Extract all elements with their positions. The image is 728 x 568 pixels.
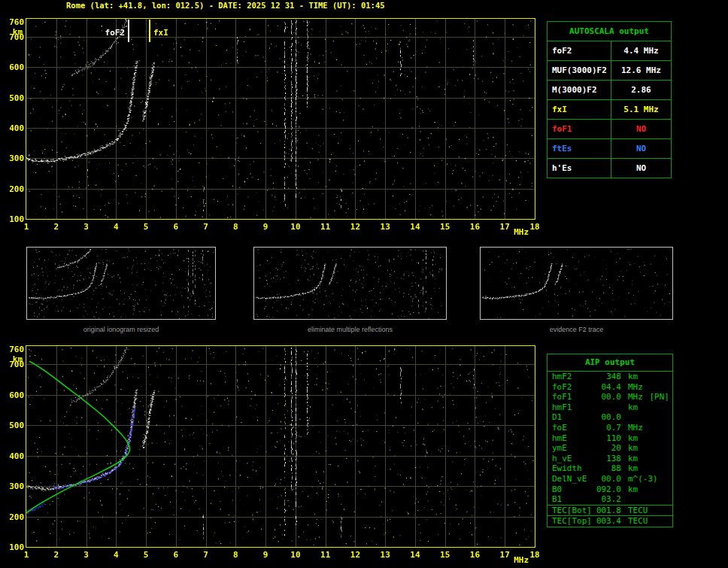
autoscala-row-h-es: h'EsNO — [548, 159, 671, 178]
param-unit: TECU — [621, 516, 648, 527]
param-extra — [669, 463, 672, 474]
param-value: 348 — [594, 372, 621, 382]
aip-row-hme: hmE110km — [548, 433, 672, 444]
aip-ionogram-plot — [0, 342, 545, 568]
param-label: B1 — [548, 494, 594, 505]
param-extra — [669, 372, 672, 382]
aip-row-hmf1: hmF1km — [548, 402, 672, 413]
autoscala-row-fof2: foF24.4 MHz — [548, 41, 671, 61]
aip-row-fof1: foF100.0MHz[PN] — [548, 392, 672, 402]
param-extra: [PN] — [650, 392, 673, 402]
aip-row-tec-top: TEC[Top]003.4TECU — [548, 515, 672, 527]
param-unit: MHz — [621, 382, 643, 393]
param-label: ymE — [548, 443, 594, 454]
param-value: 12.6 MHz — [611, 61, 671, 80]
param-extra — [669, 402, 672, 413]
aip-table: AIP output hmF2348kmfoF204.4MHzfoF100.0M… — [547, 354, 673, 527]
param-label: foF2 — [548, 382, 594, 393]
param-value: 00.0 — [594, 412, 621, 423]
param-unit: MHz — [621, 392, 643, 402]
thumbnail-caption-f2trace: evidence F2 trace — [480, 326, 673, 333]
param-value: 110 — [594, 433, 621, 444]
param-value: 00.0 — [594, 474, 621, 484]
param-label: Ewidth — [548, 463, 594, 474]
param-value: 001.8 — [594, 506, 621, 516]
page-title: Rome (lat: +41.8, lon: 012.5) - DATE: 20… — [66, 1, 385, 10]
autoscala-row-ftes: ftEsNO — [548, 139, 671, 159]
autoscala-table-body: foF24.4 MHzMUF(3000)F212.6 MHzM(3000)F22… — [548, 41, 671, 178]
param-unit: km — [621, 372, 638, 382]
aip-row-yme: ymE20km — [548, 443, 672, 454]
autoscala-row-fof1: foF1NO — [548, 120, 671, 139]
aip-table-body: hmF2348kmfoF204.4MHzfoF100.0MHz[PN]hmF1k… — [548, 372, 672, 527]
param-label: TEC[Bot] — [548, 506, 594, 516]
param-extra — [669, 423, 672, 433]
param-label: hmE — [548, 433, 594, 444]
param-label: hmF1 — [548, 402, 594, 413]
aip-table-header: AIP output — [548, 354, 672, 372]
param-label: h'Es — [548, 159, 611, 178]
param-value: 4.4 MHz — [611, 41, 671, 60]
autoscala-row-fxi: fxI5.1 MHz — [548, 100, 671, 120]
param-unit: km — [621, 433, 638, 444]
param-unit: km — [621, 402, 638, 413]
main-ionogram-plot — [0, 15, 545, 241]
param-unit — [621, 412, 628, 423]
param-label: foF1 — [548, 392, 594, 402]
param-unit — [621, 494, 628, 505]
param-value: 2.86 — [611, 80, 671, 99]
param-extra — [669, 474, 672, 484]
param-unit: m^(-3) — [621, 474, 658, 484]
param-extra — [669, 516, 672, 527]
autoscala-row-m-3000-f2: M(3000)F22.86 — [548, 80, 671, 100]
param-label: MUF(3000)F2 — [548, 61, 611, 80]
param-extra — [669, 454, 672, 464]
param-extra — [669, 433, 672, 444]
autoscala-table: AUTOSCALA output foF24.4 MHzMUF(3000)F21… — [547, 21, 672, 178]
autoscala-row-muf-3000-f2: MUF(3000)F212.6 MHz — [548, 61, 671, 80]
param-value: 5.1 MHz — [611, 100, 671, 119]
param-value: 20 — [594, 443, 621, 454]
param-label: h_vE — [548, 454, 594, 464]
param-label: M(3000)F2 — [548, 80, 611, 99]
param-value: 0.7 — [594, 423, 621, 433]
param-extra — [669, 412, 672, 423]
param-value: 04.4 — [594, 382, 621, 393]
param-label: foF1 — [548, 120, 611, 138]
param-unit: km — [621, 454, 638, 464]
param-extra — [669, 484, 672, 495]
aip-row-foe: foE0.7MHz — [548, 423, 672, 433]
param-extra — [669, 506, 672, 516]
param-value: NO — [611, 159, 671, 178]
param-extra — [669, 443, 672, 454]
param-value: 092.0 — [594, 484, 621, 495]
aip-row-b0: B0092.0km — [548, 484, 672, 495]
param-unit: km — [621, 443, 638, 454]
thumbnail-original-ionogram — [26, 247, 216, 320]
param-value: 003.4 — [594, 516, 621, 527]
param-value: 03.2 — [594, 494, 621, 505]
param-unit: km — [621, 463, 638, 474]
param-label: B0 — [548, 484, 594, 495]
param-extra — [669, 382, 672, 393]
aip-row-d1: D100.0 — [548, 412, 672, 423]
param-label: TEC[Top] — [548, 516, 594, 527]
param-label: ftEs — [548, 139, 611, 158]
param-label: fxI — [548, 100, 611, 119]
param-value: NO — [611, 139, 671, 158]
param-unit: MHz — [621, 423, 643, 433]
param-label: D1 — [548, 412, 594, 423]
aip-row-tec-bot: TEC[Bot]001.8TECU — [548, 505, 672, 516]
param-label: hmF2 — [548, 372, 594, 382]
param-unit: TECU — [621, 506, 648, 516]
param-value: 00.0 — [594, 392, 621, 402]
thumbnail-evidence-f2-trace — [480, 247, 673, 320]
param-label: foE — [548, 423, 594, 433]
aip-row-h-ve: h_vE138km — [548, 454, 672, 464]
param-label: DelN_vE — [548, 474, 594, 484]
param-value: NO — [611, 120, 671, 138]
aip-row-b1: B103.2 — [548, 494, 672, 505]
aip-row-ewidth: Ewidth88km — [548, 463, 672, 474]
aip-row-deln-ve: DelN_vE00.0m^(-3) — [548, 474, 672, 484]
param-value: 138 — [594, 454, 621, 464]
